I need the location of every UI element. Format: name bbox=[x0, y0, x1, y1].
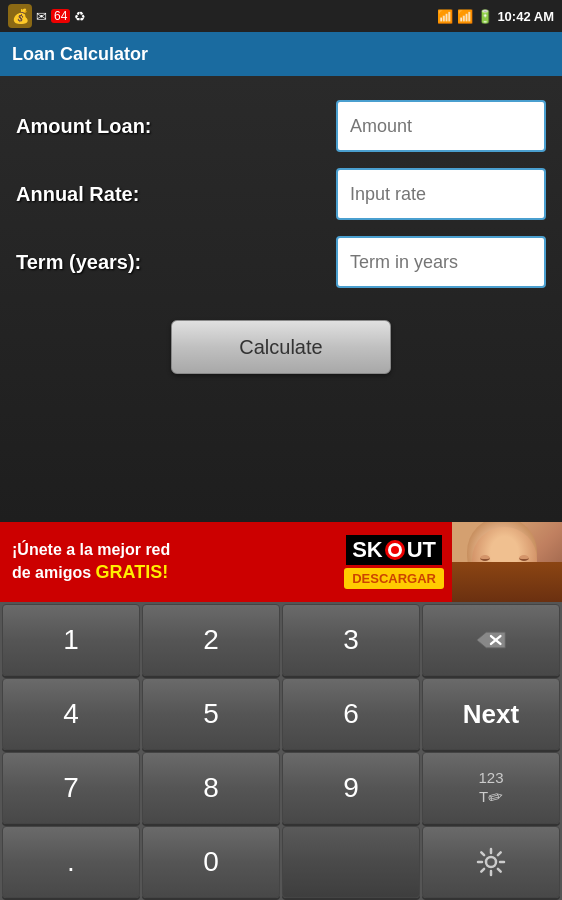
key-dot[interactable]: . bbox=[2, 826, 140, 898]
ad-gratis: GRATIS! bbox=[96, 562, 169, 582]
backspace-icon bbox=[475, 629, 507, 651]
skout-logo: SK UT bbox=[346, 535, 442, 565]
email-count-badge: 64 bbox=[51, 9, 70, 23]
descargar-button[interactable]: DESCARGAR bbox=[344, 568, 444, 589]
key-123-t[interactable]: 123 T✏ bbox=[422, 752, 560, 824]
skout-target-icon bbox=[385, 540, 405, 560]
key-1[interactable]: 1 bbox=[2, 604, 140, 676]
status-bar-left: 💰 ✉ 64 ♻ bbox=[8, 4, 86, 28]
page-title: Loan Calculator bbox=[12, 44, 148, 65]
key-t-label: T✏ bbox=[479, 786, 503, 808]
key-0[interactable]: 0 bbox=[142, 826, 280, 898]
ad-person-image bbox=[452, 522, 562, 602]
gear-icon bbox=[475, 846, 507, 878]
key-4[interactable]: 4 bbox=[2, 678, 140, 750]
key-6[interactable]: 6 bbox=[282, 678, 420, 750]
term-row: Term (years): bbox=[16, 232, 546, 292]
key-empty bbox=[282, 826, 420, 898]
rate-label: Annual Rate: bbox=[16, 183, 336, 206]
ad-banner[interactable]: ¡Únete a la mejor red de amigos GRATIS! … bbox=[0, 522, 562, 602]
status-bar: 💰 ✉ 64 ♻ 📶 📶 🔋 10:42 AM bbox=[0, 0, 562, 32]
app-icon: 💰 bbox=[8, 4, 32, 28]
keyboard-row-1: 1 2 3 bbox=[2, 604, 560, 676]
key-7[interactable]: 7 bbox=[2, 752, 140, 824]
clock: 10:42 AM bbox=[497, 9, 554, 24]
amount-input[interactable] bbox=[336, 100, 546, 152]
key-gear[interactable] bbox=[422, 826, 560, 898]
calculate-button[interactable]: Calculate bbox=[171, 320, 391, 374]
key-next[interactable]: Next bbox=[422, 678, 560, 750]
notification-icon: ✉ bbox=[36, 9, 47, 24]
main-content: Amount Loan: Annual Rate: Term (years): … bbox=[0, 76, 562, 522]
ad-logo: SK UT DESCARGAR bbox=[336, 535, 452, 589]
ad-text: ¡Únete a la mejor red de amigos GRATIS! bbox=[0, 532, 336, 592]
keyboard-row-4: . 0 bbox=[2, 826, 560, 898]
signal-icon: 📶 bbox=[457, 9, 473, 24]
key-9[interactable]: 9 bbox=[282, 752, 420, 824]
key-123-label: 123 bbox=[478, 769, 503, 786]
ad-line1: ¡Únete a la mejor red bbox=[12, 540, 324, 561]
key-5[interactable]: 5 bbox=[142, 678, 280, 750]
battery-icon: 🔋 bbox=[477, 9, 493, 24]
svg-point-2 bbox=[486, 857, 496, 867]
amount-row: Amount Loan: bbox=[16, 96, 546, 156]
keyboard-row-3: 7 8 9 123 T✏ bbox=[2, 752, 560, 824]
sync-icon: ♻ bbox=[74, 9, 86, 24]
status-bar-right: 📶 📶 🔋 10:42 AM bbox=[437, 9, 554, 24]
keyboard: 1 2 3 4 5 6 Next 7 8 9 123 T✏ . 0 bbox=[0, 602, 562, 900]
title-bar: Loan Calculator bbox=[0, 32, 562, 76]
term-input[interactable] bbox=[336, 236, 546, 288]
key-2[interactable]: 2 bbox=[142, 604, 280, 676]
key-backspace[interactable] bbox=[422, 604, 560, 676]
term-label: Term (years): bbox=[16, 251, 336, 274]
wifi-icon: 📶 bbox=[437, 9, 453, 24]
amount-label: Amount Loan: bbox=[16, 115, 336, 138]
rate-input[interactable] bbox=[336, 168, 546, 220]
keyboard-row-2: 4 5 6 Next bbox=[2, 678, 560, 750]
key-8[interactable]: 8 bbox=[142, 752, 280, 824]
calculate-wrapper: Calculate bbox=[16, 320, 546, 374]
key-3[interactable]: 3 bbox=[282, 604, 420, 676]
ad-line2: de amigos GRATIS! bbox=[12, 561, 324, 584]
rate-row: Annual Rate: bbox=[16, 164, 546, 224]
